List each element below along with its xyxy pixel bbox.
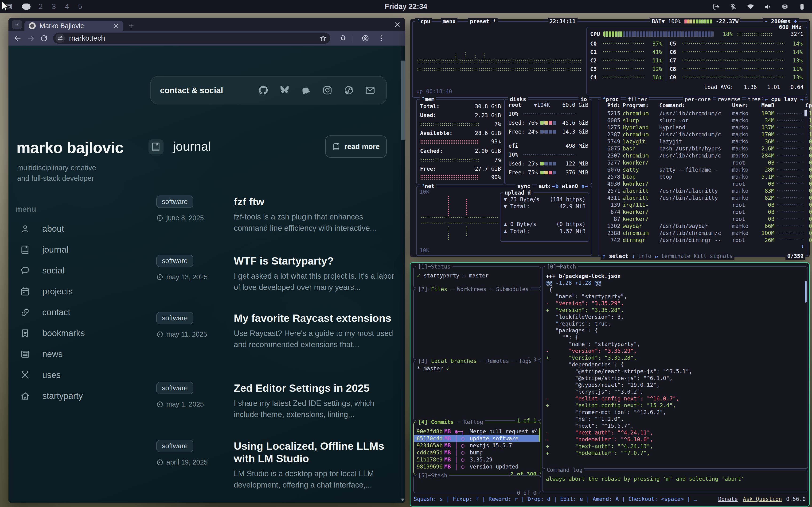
- donate-link[interactable]: Donate: [718, 496, 738, 503]
- commits-scrollbar-thumb[interactable]: [539, 429, 540, 442]
- process-row[interactable]: 2388chromium/usr/lib/chromium/cmarko100M…: [602, 230, 805, 237]
- workspace-2[interactable]: 2: [38, 2, 44, 11]
- profile-avatar[interactable]: [361, 34, 369, 42]
- net-sync-toggle[interactable]: sync: [515, 183, 532, 190]
- wifi-tray-button[interactable]: [747, 3, 754, 10]
- btop-mem-tab[interactable]: ²mem: [420, 96, 436, 103]
- process-row[interactable]: 2578btopbtopmarko5.1M0.1: [602, 173, 805, 180]
- page-scrollbar[interactable]: [401, 46, 405, 503]
- journal-post[interactable]: softwarejune 8, 2025fzf ftwfzf-tools is …: [156, 195, 396, 234]
- process-row[interactable]: 2571alacritt/usr/bin/alacrittymarko83M0.…: [602, 187, 805, 194]
- browser-tab[interactable]: Marko Bajlovic: [24, 21, 123, 31]
- process-row[interactable]: 6075bashbash /usr/bin/hyprsmarko2.6M0.3: [602, 145, 805, 152]
- journal-post[interactable]: softwaremay 11, 2025My favorite Raycast …: [156, 312, 396, 350]
- scrollbar-thumb[interactable]: [401, 61, 405, 140]
- mastodon-link[interactable]: [301, 85, 311, 96]
- process-row[interactable]: 5277kworker/root0B0.1: [602, 159, 805, 166]
- process-row[interactable]: 674kworker/root0B0.1: [602, 209, 805, 216]
- workspace-5[interactable]: 5: [77, 2, 83, 11]
- process-row[interactable]: 742dirmngr/usr/bin/dirmngr --root26M0.0: [602, 237, 805, 244]
- logout-tray-button[interactable]: [712, 3, 720, 10]
- browser-menu-icon[interactable]: [377, 34, 385, 42]
- post-title[interactable]: My favorite Raycast extensions: [234, 312, 396, 324]
- proc-scrollbar-thumb[interactable]: [805, 110, 807, 116]
- commit-row[interactable]: cddca95dMB│ ○bump: [414, 449, 540, 456]
- tab-close-icon[interactable]: [113, 22, 119, 29]
- volume-tray-button[interactable]: [764, 3, 772, 10]
- process-row[interactable]: 4311alacritt/usr/bin/alacrittymarko82M0.…: [602, 194, 805, 202]
- url-bar[interactable]: marko.tech: [53, 33, 331, 44]
- journal-post[interactable]: softwaremay 13, 2025WTF is Startyparty?I…: [156, 255, 396, 293]
- process-row[interactable]: 6085slurpslurp -ormarko34M1.0: [602, 117, 805, 124]
- lazygit-stash-panel[interactable]: [5]─Stash 0 of 0: [413, 475, 541, 493]
- sidebar-item-contact[interactable]: contact: [15, 302, 85, 323]
- process-row[interactable]: 2387chromium/usr/lib/chromium/cmarko170M…: [602, 131, 805, 138]
- process-row[interactable]: 1302waybar/usr/bin/waybarmarko66M0.0: [602, 223, 805, 230]
- commit-row[interactable]: 98199696MB│ ○version updated: [414, 463, 540, 470]
- branch-row[interactable]: * master: [417, 365, 443, 372]
- process-row[interactable]: 6076sattysatty --filename -marko28M0.0: [602, 166, 805, 173]
- post-title[interactable]: Using Localized, Offline LLMs with LM St…: [234, 440, 396, 465]
- bluesky-icon: [280, 85, 290, 96]
- ask-question-link[interactable]: Ask Question: [743, 496, 782, 503]
- sidebar-item-about[interactable]: about: [15, 218, 85, 239]
- patch-scrollbar-thumb[interactable]: [805, 281, 807, 302]
- sidebar-item-journal[interactable]: journal: [15, 239, 85, 260]
- btop-preset-button[interactable]: preset *: [468, 18, 498, 25]
- extensions-icon[interactable]: [338, 34, 346, 42]
- sidebar-item-bookmarks[interactable]: bookmarks: [15, 323, 85, 344]
- sidebar-item-startyparty[interactable]: startyparty: [15, 385, 85, 406]
- commit-row[interactable]: 51b178c9MB│ ○3.35.29: [414, 456, 540, 463]
- post-title[interactable]: fzf ftw: [234, 195, 396, 208]
- journal-post[interactable]: softwaremay 1, 2025Zed Editor Settings i…: [156, 382, 396, 420]
- steam-link[interactable]: [344, 85, 354, 96]
- btop-cpu-tab[interactable]: ¹cpu: [415, 18, 432, 25]
- mem-free-bar: [420, 175, 479, 180]
- process-row[interactable]: 2307chromium/usr/lib/chromium/cmarko284M…: [602, 152, 805, 159]
- lazygit-commits-panel[interactable]: [4]─Commits ─ Reflog 90e7fd8bMB◉─╮Merge …: [413, 422, 541, 474]
- window-close-icon[interactable]: [393, 21, 401, 29]
- process-row[interactable]: 5749lazygitlazygitmarko36M0.0: [602, 138, 805, 145]
- lazygit-status-panel[interactable]: [1]─Status ✓ startyparty → master: [413, 266, 541, 288]
- bluesky-link[interactable]: [280, 85, 290, 96]
- bluetooth-off-tray-button[interactable]: [729, 3, 737, 10]
- sidebar-item-social[interactable]: social: [15, 260, 85, 281]
- process-row[interactable]: 5215chromium/usr/lib/chromium/cmarko193M…: [602, 110, 805, 117]
- forward-button[interactable]: [27, 34, 35, 42]
- site-settings-icon[interactable]: [55, 34, 65, 43]
- back-button[interactable]: [14, 34, 21, 42]
- commit-row[interactable]: 85170c4dMB│ ○update software: [414, 435, 540, 442]
- lazygit-branches-panel[interactable]: [3]─Local branches ─ Remotes ─ Tags * ma…: [413, 361, 541, 421]
- instagram-link[interactable]: [322, 85, 333, 96]
- lazygit-patch-panel[interactable]: [0]─Patch +++ b/package-lock.json@@ -1,2…: [542, 266, 808, 469]
- process-row[interactable]: 4930kworker/root0B0.1: [602, 180, 805, 187]
- chip-tray-button[interactable]: [781, 3, 789, 10]
- url-text[interactable]: marko.tech: [69, 34, 105, 43]
- journal-post[interactable]: softwareapril 19, 2025Using Localized, O…: [156, 440, 396, 491]
- process-row[interactable]: 87kworker/root0B0.0: [602, 216, 805, 223]
- sidebar-item-projects[interactable]: projects: [15, 281, 85, 302]
- commit-row[interactable]: 923465abMB│ ○nextjs 15.5.7: [414, 442, 540, 449]
- workspace-3[interactable]: 3: [51, 2, 57, 11]
- commit-row[interactable]: 90e7fd8bMB◉─╮Merge pull request #4: [414, 428, 540, 435]
- lazygit-files-panel[interactable]: [2]─Files ─ Worktrees ─ Submodules 0 of …: [413, 289, 541, 360]
- mail-link[interactable]: [365, 85, 375, 96]
- bookmark-star-icon[interactable]: [319, 35, 326, 42]
- post-title[interactable]: WTF is Startyparty?: [234, 255, 396, 267]
- net-interface[interactable]: ←b wlan0 n→: [550, 183, 590, 190]
- scroll-down-arrow[interactable]: [401, 499, 405, 501]
- workspace-4[interactable]: 4: [64, 2, 70, 11]
- sidebar-item-uses[interactable]: uses: [15, 364, 85, 385]
- sidebar-item-news[interactable]: news: [15, 344, 85, 364]
- read-more-button[interactable]: read more: [325, 135, 387, 158]
- process-row[interactable]: 1275HyprlandHyprlandmarko137M2.4: [602, 124, 805, 131]
- workspace-1-active[interactable]: [22, 3, 31, 10]
- process-row[interactable]: 139irq/111-root0B0.1: [602, 202, 805, 209]
- battery-tray-button[interactable]: [798, 3, 806, 10]
- post-title[interactable]: Zed Editor Settings in 2025: [234, 382, 396, 394]
- github-link[interactable]: [258, 85, 268, 96]
- btop-menu-button[interactable]: menu: [441, 18, 457, 25]
- reload-button[interactable]: [40, 34, 48, 42]
- new-tab-button[interactable]: [128, 22, 135, 30]
- tab-search-button[interactable]: [12, 20, 22, 29]
